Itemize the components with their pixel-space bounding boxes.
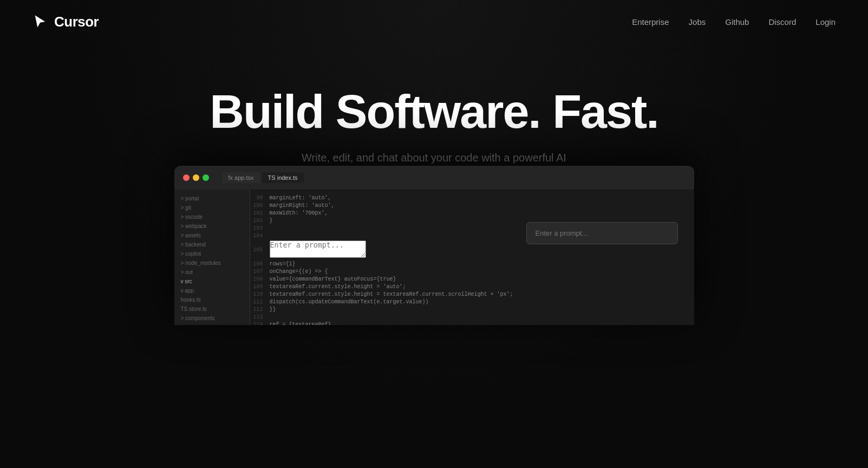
sidebar-item[interactable]: > backend (174, 240, 250, 249)
hero-title: Build Software. Fast. (210, 87, 658, 136)
sidebar-item[interactable]: > git (174, 203, 250, 212)
code-line: 99 marginLeft: 'auto', (250, 194, 694, 202)
sidebar-item[interactable]: > components (174, 314, 250, 323)
bottom-fade (0, 414, 868, 468)
code-content: 99 marginLeft: 'auto',100 marginRight: '… (250, 190, 694, 325)
sidebar-item[interactable]: > node_modules (174, 258, 250, 268)
code-line: 112 }} (250, 306, 694, 313)
code-line: 101 maxWidth: '700px', (250, 209, 694, 217)
logo-text: Cursor (54, 14, 99, 30)
nav-link-github[interactable]: Github (725, 17, 749, 27)
nav-link-jobs[interactable]: Jobs (689, 17, 706, 27)
minimize-button[interactable] (193, 174, 199, 181)
tab-app-tsx-label: fx app.tsx (229, 174, 254, 181)
sidebar-item[interactable]: > out (174, 268, 250, 277)
sidebar-item[interactable]: > copilot (174, 249, 250, 258)
file-tree: > portal > git > vscode > webpack > asse… (174, 190, 250, 325)
hero-subtitle: Write, edit, and chat about your code wi… (302, 152, 566, 164)
sidebar-item[interactable]: > webpack (174, 222, 250, 231)
ai-prompt-input[interactable] (526, 222, 678, 244)
code-line: 114 ref = {textareaRef} (250, 321, 694, 325)
nav-link-login[interactable]: Login (815, 17, 836, 27)
editor-tabs: fx app.tsx TS index.ts (222, 172, 304, 183)
code-line: 100 marginRight: 'auto', (250, 202, 694, 209)
sidebar-item[interactable]: v src (174, 277, 250, 286)
logo-area[interactable]: Cursor (32, 14, 99, 30)
code-line: 111 dispatch(cs.updateCommandBarText(e.t… (250, 298, 694, 306)
code-line: 108 value={commandBarText} autoFocus={tr… (250, 275, 694, 283)
traffic-lights (183, 174, 209, 181)
tab-index-ts[interactable]: TS index.ts (262, 172, 304, 183)
editor-titlebar: fx app.tsx TS index.ts (174, 166, 694, 190)
sidebar-item[interactable]: > assets (174, 231, 250, 240)
sidebar-item[interactable]: TS store.ts (174, 304, 250, 314)
nav-links: Enterprise Jobs Github Discord Login (632, 17, 836, 27)
editor-preview: fx app.tsx TS index.ts > portal > git > … (174, 166, 694, 325)
navigation: Cursor Enterprise Jobs Github Discord Lo… (0, 0, 868, 43)
hero-section: Build Software. Fast. Write, edit, and c… (0, 43, 868, 309)
code-line: 113 (250, 313, 694, 321)
code-editor[interactable]: 99 marginLeft: 'auto',100 marginRight: '… (250, 190, 694, 325)
cursor-logo-icon (32, 14, 48, 29)
code-line: 106 rows={1} (250, 260, 694, 268)
sidebar-item[interactable]: hooks.ts (174, 295, 250, 304)
code-line: 107 onChange={(e) => { (250, 268, 694, 275)
tab-index-ts-label: TS index.ts (268, 174, 298, 181)
tab-app-tsx[interactable]: fx app.tsx (222, 172, 260, 183)
code-line: 110 textareaRef.current.style.height = t… (250, 290, 694, 298)
sidebar-item[interactable]: v app (174, 286, 250, 295)
editor-body: > portal > git > vscode > webpack > asse… (174, 190, 694, 325)
close-button[interactable] (183, 174, 190, 181)
sidebar-item[interactable]: > portal (174, 194, 250, 203)
code-line: 109 textareaRef.current.style.height = '… (250, 283, 694, 290)
maximize-button[interactable] (203, 174, 209, 181)
nav-link-enterprise[interactable]: Enterprise (632, 17, 669, 27)
nav-link-discord[interactable]: Discord (768, 17, 796, 27)
sidebar-item[interactable]: > vscode (174, 212, 250, 222)
ai-prompt-overlay (526, 222, 678, 244)
